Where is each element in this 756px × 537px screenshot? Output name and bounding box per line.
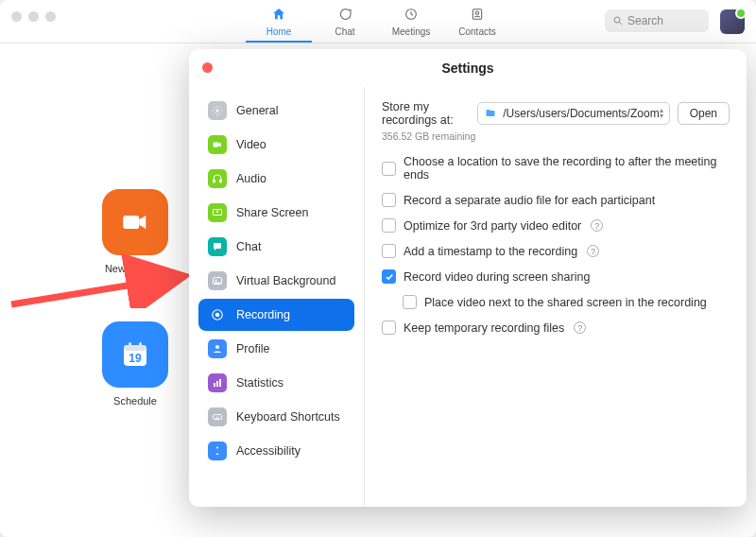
svg-point-19 xyxy=(215,345,219,349)
checkbox[interactable] xyxy=(382,320,396,335)
tile-label: Schedule xyxy=(113,395,157,407)
nav-label: Home xyxy=(266,26,292,37)
open-button[interactable]: Open xyxy=(678,102,730,125)
opt-label: Optimize for 3rd party video editor xyxy=(404,219,581,233)
opt-label: Record video during screen sharing xyxy=(404,270,590,284)
opt-label: Record a separate audio file for each pa… xyxy=(404,194,655,207)
checkbox[interactable] xyxy=(382,162,396,176)
search-placeholder: Search xyxy=(627,14,663,27)
updown-icon: ▴▾ xyxy=(660,108,663,119)
remaining-space: 356.52 GB remaining xyxy=(382,130,730,142)
nav-chat[interactable]: Chat xyxy=(312,1,378,42)
calendar-icon: 19 xyxy=(102,321,168,388)
sidebar-item-label: Accessibility xyxy=(236,444,301,458)
sidebar-item-video[interactable]: Video xyxy=(198,129,354,161)
opt-label: Keep temporary recording files xyxy=(404,321,564,335)
sidebar-item-accessibility[interactable]: Accessibility xyxy=(198,435,354,467)
svg-rect-4 xyxy=(123,216,139,229)
help-icon[interactable]: ? xyxy=(574,321,586,334)
sidebar-item-label: Video xyxy=(236,138,266,151)
sidebar-item-label: Virtual Background xyxy=(236,274,335,287)
settings-sidebar: General Video Audio Share Screen Chat xyxy=(189,87,365,507)
opt-keep-temp[interactable]: Keep temporary recording files ? xyxy=(382,320,730,335)
sidebar-item-label: Recording xyxy=(236,308,290,321)
sidebar-item-chat[interactable]: Chat xyxy=(198,231,354,263)
recording-options: Choose a location to save the recording … xyxy=(382,155,730,335)
keyboard-icon xyxy=(208,407,227,426)
headphones-icon xyxy=(208,169,227,188)
svg-rect-13 xyxy=(220,180,222,182)
person-icon xyxy=(208,339,227,358)
opt-separate-audio[interactable]: Record a separate audio file for each pa… xyxy=(382,193,730,207)
svg-rect-8 xyxy=(139,342,142,348)
svg-rect-6 xyxy=(124,345,146,351)
help-icon[interactable]: ? xyxy=(587,245,599,257)
home-icon xyxy=(271,7,286,25)
recording-path-select[interactable]: /Users/users/Documents/Zoom ▴▾ xyxy=(477,102,669,125)
chat-icon xyxy=(337,7,352,25)
sidebar-item-audio[interactable]: Audio xyxy=(198,163,354,195)
modal-body: General Video Audio Share Screen Chat xyxy=(189,87,747,507)
svg-rect-21 xyxy=(216,381,218,387)
avatar[interactable] xyxy=(720,9,745,34)
svg-point-16 xyxy=(215,280,217,282)
nav-meetings[interactable]: Meetings xyxy=(378,1,444,42)
main-window: Home Chat Meetings Contacts xyxy=(0,0,756,537)
svg-rect-11 xyxy=(214,143,219,147)
store-label: Store my recordings at: xyxy=(382,100,470,127)
chart-icon xyxy=(208,373,227,392)
svg-point-18 xyxy=(215,313,220,318)
gear-icon xyxy=(208,101,227,120)
checkbox[interactable] xyxy=(382,193,396,207)
nav-label: Meetings xyxy=(392,26,431,37)
sidebar-item-statistics[interactable]: Statistics xyxy=(198,367,354,399)
sidebar-item-recording[interactable]: Recording xyxy=(198,299,354,331)
opt-label: Add a timestamp to the recording xyxy=(404,245,577,258)
nav-label: Chat xyxy=(335,26,354,37)
sidebar-item-keyboard[interactable]: Keyboard Shortcuts xyxy=(198,401,354,433)
search-input[interactable]: Search xyxy=(605,9,709,32)
tile-schedule[interactable]: 19 Schedule xyxy=(102,321,168,407)
sidebar-item-share-screen[interactable]: Share Screen xyxy=(198,197,354,229)
checkbox-checked[interactable] xyxy=(382,269,396,284)
svg-point-3 xyxy=(614,17,620,23)
sidebar-item-label: Statistics xyxy=(236,376,284,390)
checkbox[interactable] xyxy=(403,295,417,309)
svg-rect-22 xyxy=(219,379,221,387)
store-row: Store my recordings at: /Users/users/Doc… xyxy=(382,100,730,127)
svg-rect-23 xyxy=(214,415,222,420)
recording-path: /Users/users/Documents/Zoom xyxy=(503,107,659,120)
opt-place-video[interactable]: Place video next to the shared screen in… xyxy=(403,295,730,309)
checkbox[interactable] xyxy=(382,218,396,233)
sidebar-item-general[interactable]: General xyxy=(198,95,354,127)
top-nav: Home Chat Meetings Contacts xyxy=(0,0,756,43)
modal-title: Settings xyxy=(441,61,493,76)
record-icon xyxy=(208,305,227,324)
search-icon xyxy=(612,15,624,26)
opt-choose-location[interactable]: Choose a location to save the recording … xyxy=(382,155,730,182)
nav-contacts[interactable]: Contacts xyxy=(444,1,510,42)
opt-optimize[interactable]: Optimize for 3rd party video editor ? xyxy=(382,218,730,233)
opt-record-screen-share[interactable]: Record video during screen sharing xyxy=(382,269,730,284)
settings-modal: Settings General Video Audio Share S xyxy=(189,49,747,507)
tile-new-meeting[interactable]: New Meeting xyxy=(102,189,168,274)
tile-label: New Meeting xyxy=(105,263,165,274)
calendar-day: 19 xyxy=(129,352,142,365)
sidebar-item-profile[interactable]: Profile xyxy=(198,333,354,365)
opt-timestamp[interactable]: Add a timestamp to the recording ? xyxy=(382,244,730,258)
nav-tabs: Home Chat Meetings Contacts xyxy=(246,1,510,42)
opt-label: Choose a location to save the recording … xyxy=(404,155,730,182)
nav-home[interactable]: Home xyxy=(246,1,312,43)
close-icon[interactable] xyxy=(202,62,213,73)
sidebar-item-virtual-background[interactable]: Virtual Background xyxy=(198,265,354,297)
help-icon[interactable]: ? xyxy=(591,219,603,232)
folder-icon xyxy=(484,108,497,119)
settings-content: Store my recordings at: /Users/users/Doc… xyxy=(365,87,747,507)
checkbox[interactable] xyxy=(382,244,396,258)
image-icon xyxy=(208,271,227,290)
opt-label: Place video next to the shared screen in… xyxy=(424,296,707,309)
camera-icon xyxy=(102,189,168,255)
modal-header: Settings xyxy=(189,49,747,87)
clock-icon xyxy=(404,7,419,25)
sidebar-item-label: Chat xyxy=(236,240,261,253)
